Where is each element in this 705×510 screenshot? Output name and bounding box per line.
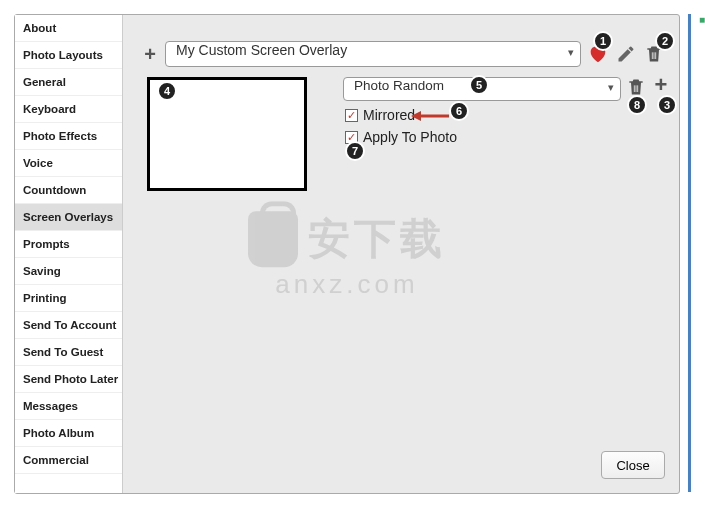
sidebar-item-countdown[interactable]: Countdown: [15, 177, 122, 204]
mirrored-checkbox[interactable]: ✓: [345, 109, 358, 122]
sidebar-item-messages[interactable]: Messages: [15, 393, 122, 420]
add-overlay-button[interactable]: +: [141, 45, 159, 63]
source-value: Photo Random: [354, 78, 444, 93]
callout-2: 2: [655, 31, 675, 51]
callout-5: 5: [469, 75, 489, 95]
add-source-button[interactable]: +: [651, 75, 671, 95]
sidebar-item-photo-album[interactable]: Photo Album: [15, 420, 122, 447]
callout-8: 8: [627, 95, 647, 115]
sidebar-item-saving[interactable]: Saving: [15, 258, 122, 285]
close-button[interactable]: Close: [601, 451, 665, 479]
overlay-name-select[interactable]: My Custom Screen Overlay: [165, 41, 581, 67]
mirrored-label: Mirrored: [363, 107, 415, 123]
sidebar-item-commercial[interactable]: Commercial: [15, 447, 122, 474]
annotation-arrow: [411, 109, 451, 123]
sidebar-item-about[interactable]: About: [15, 15, 122, 42]
sidebar: AboutPhoto LayoutsGeneralKeyboardPhoto E…: [15, 15, 123, 493]
sidebar-item-voice[interactable]: Voice: [15, 150, 122, 177]
pencil-icon: [616, 44, 636, 64]
sidebar-item-prompts[interactable]: Prompts: [15, 231, 122, 258]
callout-7: 7: [345, 141, 365, 161]
callout-4: 4: [157, 81, 177, 101]
sidebar-item-keyboard[interactable]: Keyboard: [15, 96, 122, 123]
sidebar-item-send-photo-later[interactable]: Send Photo Later: [15, 366, 122, 393]
sidebar-item-photo-effects[interactable]: Photo Effects: [15, 123, 122, 150]
sidebar-item-screen-overlays[interactable]: Screen Overlays: [15, 204, 122, 231]
content-area: + My Custom Screen Overlay Photo Random …: [123, 15, 679, 493]
callout-3: 3: [657, 95, 677, 115]
apply-to-photo-label: Apply To Photo: [363, 129, 457, 145]
cropped-text: ■: [699, 14, 705, 25]
sidebar-item-send-to-guest[interactable]: Send To Guest: [15, 339, 122, 366]
callout-1: 1: [593, 31, 613, 51]
overlay-name-value: My Custom Screen Overlay: [176, 42, 347, 58]
sidebar-item-send-to-account[interactable]: Send To Account: [15, 312, 122, 339]
svg-marker-1: [411, 111, 421, 121]
right-edge-bar: [688, 14, 691, 492]
sidebar-item-general[interactable]: General: [15, 69, 122, 96]
sidebar-item-printing[interactable]: Printing: [15, 285, 122, 312]
sidebar-item-photo-layouts[interactable]: Photo Layouts: [15, 42, 122, 69]
edit-button[interactable]: [615, 43, 637, 65]
callout-6: 6: [449, 101, 469, 121]
